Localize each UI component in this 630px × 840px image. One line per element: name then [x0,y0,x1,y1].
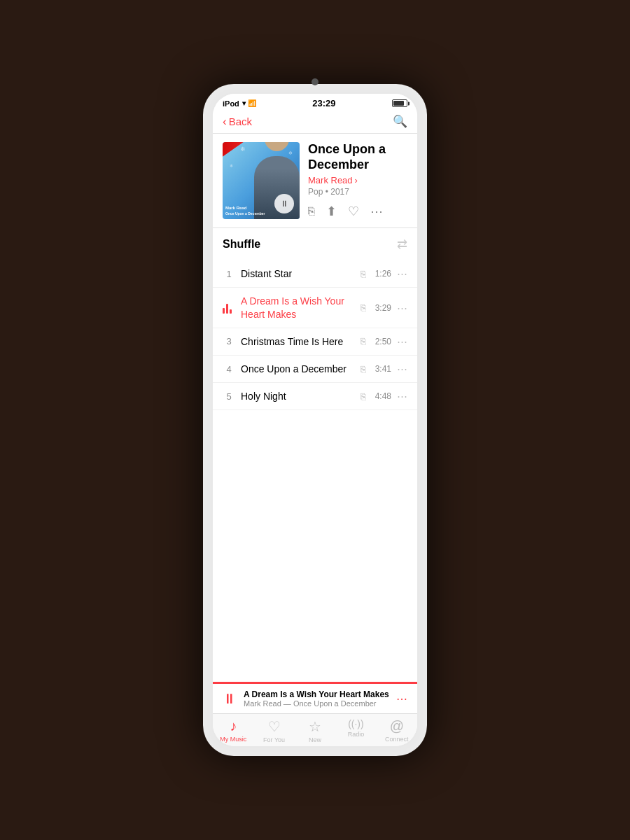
album-artist[interactable]: Mark Read › [308,175,407,186]
track-duration: 1:26 [372,269,391,279]
wifi-icon: ▾ 📶 [242,99,256,107]
my-music-icon: ♪ [230,718,237,734]
track-right: ⎘ 3:29 ⋯ [360,302,407,314]
track-download-icon: ⎘ [360,364,366,374]
track-number: 4 [223,364,235,374]
album-header: ❄ ❄ ❄ ❄ Mark Read Once Upon a December ⏸… [213,134,417,228]
download-icon[interactable]: ⎘ [308,205,315,218]
tab-my-music-label: My Music [220,736,246,743]
for-you-icon: ♡ [268,718,281,735]
shuffle-label: Shuffle [223,238,260,251]
now-playing-title: A Dream Is a Wish Your Heart Makes [244,690,389,699]
track-download-icon: ⎘ [360,336,366,346]
connect-icon: @ [390,718,404,734]
track-title: A Dream Is a Wish Your Heart Makes [241,295,355,320]
radio-icon: ((·)) [348,718,364,729]
track-list: 1 Distant Star ⎘ 1:26 ⋯ A Dream Is a Wis… [213,260,417,682]
album-title: Once Upon a December [308,142,407,172]
track-row[interactable]: A Dream Is a Wish Your Heart Makes ⎘ 3:2… [213,288,417,328]
tab-for-you[interactable]: ♡ For You [253,714,294,746]
shuffle-icon: ⇄ [397,237,407,252]
track-title: Christmas Time Is Here [241,335,355,348]
now-playing-pause-icon[interactable]: ⏸ [223,691,237,707]
album-info: Once Upon a December Mark Read › Pop • 2… [308,142,407,219]
nav-bar: ‹ Back 🔍 [213,111,417,134]
search-icon[interactable]: 🔍 [393,114,407,129]
track-duration: 4:48 [372,391,391,401]
tab-connect[interactable]: @ Connect [377,714,417,746]
back-chevron-icon: ‹ [223,115,227,129]
screen: iPod ▾ 📶 23:29 ‹ Back 🔍 ❄ [213,94,417,746]
track-right: ⎘ 2:50 ⋯ [360,335,407,348]
tab-connect-label: Connect [385,736,409,743]
track-download-icon: ⎘ [360,391,366,402]
status-left: iPod ▾ 📶 [223,99,256,108]
tab-bar: ♪ My Music ♡ For You ☆ New ((·)) Radio @… [213,713,417,746]
tab-new-label: New [309,736,321,743]
album-meta: Pop • 2017 [308,187,407,197]
now-playing-more-icon[interactable]: ⋯ [396,692,407,706]
back-button[interactable]: ‹ Back [223,115,252,129]
track-download-icon: ⎘ [360,302,366,313]
album-art-title: Once Upon a December [225,211,265,216]
battery-icon [392,99,407,107]
time-label: 23:29 [312,98,335,108]
tab-new[interactable]: ☆ New [295,714,335,746]
track-right: ⎘ 1:26 ⋯ [360,267,407,280]
play-pause-overlay[interactable]: ⏸ [274,194,294,214]
track-duration: 3:29 [372,303,391,313]
track-more-icon[interactable]: ⋯ [397,267,407,280]
now-playing-bar[interactable]: ⏸ A Dream Is a Wish Your Heart Makes Mar… [213,682,417,713]
more-icon[interactable]: ⋯ [370,204,383,219]
carrier-label: iPod [223,99,239,108]
track-duration: 3:41 [372,364,391,374]
track-more-icon[interactable]: ⋯ [397,302,407,314]
track-download-icon: ⎘ [360,269,366,279]
track-duration: 2:50 [372,337,391,346]
track-right: ⎘ 4:48 ⋯ [360,390,407,402]
status-right [392,99,407,107]
track-row[interactable]: 4 Once Upon a December ⎘ 3:41 ⋯ [213,356,417,383]
album-actions: ⎘ ⬆ ♡ ⋯ [308,204,407,219]
tab-radio[interactable]: ((·)) Radio [335,714,376,746]
ipod-device: iPod ▾ 📶 23:29 ‹ Back 🔍 ❄ [203,84,427,756]
album-art: ❄ ❄ ❄ ❄ Mark Read Once Upon a December ⏸ [223,142,300,219]
track-row[interactable]: 3 Christmas Time Is Here ⎘ 2:50 ⋯ [213,328,417,356]
track-number: 3 [223,336,235,346]
track-more-icon[interactable]: ⋯ [397,390,407,402]
track-title: Holy Night [241,390,355,402]
track-more-icon[interactable]: ⋯ [397,363,407,375]
tab-my-music[interactable]: ♪ My Music [213,714,253,746]
camera [312,78,318,85]
track-more-icon[interactable]: ⋯ [397,335,407,348]
love-icon[interactable]: ♡ [348,204,359,219]
share-icon[interactable]: ⬆ [326,204,337,219]
track-number: 1 [223,269,235,279]
person-head [265,142,289,151]
tab-for-you-label: For You [263,736,285,743]
now-playing-info: A Dream Is a Wish Your Heart Makes Mark … [244,690,389,708]
new-icon: ☆ [309,718,321,735]
track-title: Once Upon a December [241,363,355,375]
track-row[interactable]: 5 Holy Night ⎘ 4:48 ⋯ [213,383,417,410]
track-right: ⎘ 3:41 ⋯ [360,363,407,375]
tab-radio-label: Radio [348,731,365,738]
track-number: 5 [223,391,235,402]
album-art-name: Mark Read [225,206,265,211]
status-bar: iPod ▾ 📶 23:29 [213,94,417,111]
now-playing-subtitle: Mark Read — Once Upon a December [244,699,389,708]
track-row[interactable]: 1 Distant Star ⎘ 1:26 ⋯ [213,260,417,288]
track-title: Distant Star [241,267,355,280]
back-label: Back [229,115,252,127]
shuffle-row[interactable]: Shuffle ⇄ [213,228,417,260]
playing-bars-icon [223,302,235,314]
